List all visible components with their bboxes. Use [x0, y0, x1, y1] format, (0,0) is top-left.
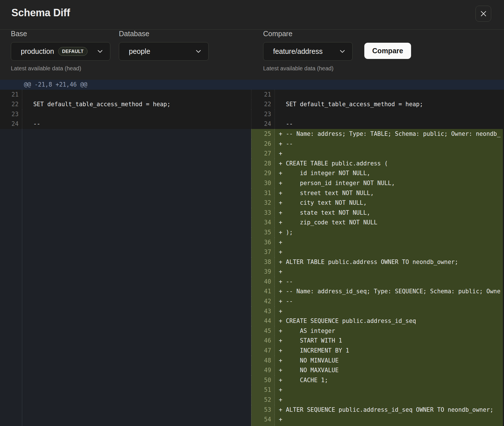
diff-line: 48+ NO MINVALUE: [251, 356, 504, 366]
line-number: 23: [0, 109, 22, 119]
diff-line: 43+: [251, 306, 504, 316]
diff-line: 52+: [251, 395, 504, 405]
line-code: + CREATE TABLE public.address (: [275, 159, 504, 169]
diff-line: 25+ -- Name: address; Type: TABLE; Schem…: [251, 129, 504, 139]
diff-scrollbar-track[interactable]: [503, 90, 504, 426]
close-button[interactable]: [475, 6, 491, 22]
diff-line: 37+: [251, 247, 504, 257]
diff-line: 39+: [251, 267, 504, 277]
close-icon: [480, 10, 487, 17]
base-branch-value: production: [21, 47, 54, 56]
line-number: 24: [0, 119, 22, 129]
line-code: +: [275, 247, 504, 257]
line-code: [22, 90, 251, 100]
line-code: +: [275, 237, 504, 247]
diff-line: 46+ START WITH 1: [251, 336, 504, 346]
line-code: +: [275, 415, 504, 425]
diff-line: 33+ state text NOT NULL,: [251, 208, 504, 218]
line-number: 29: [251, 168, 275, 178]
line-code: + --: [275, 139, 504, 149]
diff-line: 50+ CACHE 1;: [251, 375, 504, 385]
line-code: +: [275, 149, 504, 159]
line-number: 38: [251, 257, 275, 267]
line-code: + );: [275, 228, 504, 237]
database-select[interactable]: people: [119, 42, 209, 61]
line-number: 21: [0, 90, 22, 100]
base-branch-select[interactable]: production DEFAULT: [11, 42, 110, 61]
diff-line: 22 SET default_table_access_method = hea…: [251, 99, 504, 109]
diff-line: 28+ CREATE TABLE public.address (: [251, 159, 504, 169]
compare-caption: Latest available data (head): [263, 65, 334, 72]
line-number: 53: [251, 405, 275, 415]
line-number: 37: [251, 247, 275, 257]
line-number: 47: [251, 346, 275, 356]
chevron-down-icon: [196, 50, 201, 53]
line-code: + AS integer: [275, 326, 504, 336]
diff-line: 38+ ALTER TABLE public.address OWNER TO …: [251, 257, 504, 267]
chevron-down-icon: [340, 50, 345, 53]
line-code: +: [275, 306, 504, 316]
line-number: 50: [251, 375, 275, 385]
line-number: 35: [251, 228, 275, 237]
line-number: 39: [251, 267, 275, 277]
line-code: SET default_table_access_method = heap;: [275, 99, 504, 109]
diff-line: 24 --: [0, 119, 251, 129]
line-code: + INCREMENT BY 1: [275, 346, 504, 356]
diff-line: 31+ street text NOT NULL,: [251, 188, 504, 198]
line-code: SET default_table_access_method = heap;: [22, 99, 251, 109]
line-number: 41: [251, 286, 275, 296]
diff-line: 42+ --: [251, 296, 504, 306]
diff-line: 47+ INCREMENT BY 1: [251, 346, 504, 356]
line-code: + person_id integer NOT NULL,: [275, 178, 504, 188]
line-number: 49: [251, 365, 275, 375]
compare-branch-select[interactable]: feature/address: [263, 42, 353, 61]
diff-line: 41+ -- Name: address_id_seq; Type: SEQUE…: [251, 286, 504, 296]
line-number: 23: [251, 109, 275, 119]
line-number: 46: [251, 336, 275, 346]
base-caption: Latest available data (head): [11, 65, 81, 72]
compare-label: Compare: [263, 30, 292, 38]
diff-line: 45+ AS integer: [251, 326, 504, 336]
diff-line: 26+ --: [251, 139, 504, 149]
line-number: 26: [251, 139, 275, 149]
line-code: [275, 109, 504, 119]
line-number: 43: [251, 306, 275, 316]
diff-line: 27+: [251, 149, 504, 159]
diff-line: 35+ );: [251, 228, 504, 237]
line-number: 48: [251, 356, 275, 366]
diff-line: 21: [251, 90, 504, 100]
diff-line: 29+ id integer NOT NULL,: [251, 168, 504, 178]
line-code: + state text NOT NULL,: [275, 208, 504, 218]
diff-line: 44+ CREATE SEQUENCE public.address_id_se…: [251, 316, 504, 326]
line-code: + NO MAXVALUE: [275, 365, 504, 375]
compare-button[interactable]: Compare: [364, 43, 411, 59]
line-number: 22: [251, 99, 275, 109]
line-number: 33: [251, 208, 275, 218]
line-number: 45: [251, 326, 275, 336]
chevron-down-icon: [97, 50, 103, 53]
diff-line: 24 --: [251, 119, 504, 129]
diff-line: 22 SET default_table_access_method = hea…: [0, 99, 251, 109]
base-label: Base: [11, 30, 27, 38]
line-code: + CREATE SEQUENCE public.address_id_seq: [275, 316, 504, 326]
line-code: + ALTER TABLE public.address OWNER TO ne…: [275, 257, 504, 267]
diff-hunk-header: @@ -21,8 +21,46 @@: [0, 80, 504, 90]
line-code: +: [275, 385, 504, 395]
line-number: 24: [251, 119, 275, 129]
default-badge: DEFAULT: [58, 47, 88, 56]
diff-line: 49+ NO MAXVALUE: [251, 365, 504, 375]
line-number: 36: [251, 237, 275, 247]
line-number: 54: [251, 415, 275, 425]
line-code: [22, 109, 251, 119]
diff-right-pane: 21 22 SET default_table_access_method = …: [251, 90, 504, 426]
line-code: + START WITH 1: [275, 336, 504, 346]
diff-line: 23: [251, 109, 504, 119]
line-number: 32: [251, 198, 275, 208]
diff-left-pane: 21 22 SET default_table_access_method = …: [0, 90, 251, 426]
line-number: 25: [251, 129, 275, 139]
line-number: 42: [251, 296, 275, 306]
line-code: +: [275, 395, 504, 405]
line-number: 30: [251, 178, 275, 188]
line-code: + ALTER SEQUENCE public.address_id_seq O…: [275, 405, 504, 415]
line-number: 27: [251, 149, 275, 159]
